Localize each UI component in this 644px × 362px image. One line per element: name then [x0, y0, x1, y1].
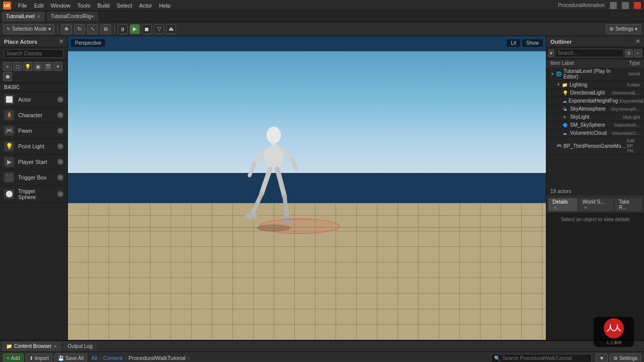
menu-window[interactable]: Window: [48, 2, 73, 10]
actor-item-point-light[interactable]: 💡 Point Light ?: [0, 139, 67, 154]
outliner-row-sky-atm[interactable]: 🌤 SkyAtmosphere SkyAtmosph...: [546, 105, 644, 113]
outliner-row-sky-light[interactable]: ☀ SkyLight SkyLight: [546, 113, 644, 121]
svg-line-5: [283, 149, 292, 159]
menu-build[interactable]: Build: [95, 2, 113, 10]
transform-tool[interactable]: ⊞: [100, 24, 111, 34]
breadcrumb-content[interactable]: Content: [103, 355, 123, 361]
actor-info-trigger-sphere[interactable]: ?: [57, 191, 63, 197]
world-tab-close[interactable]: ✕: [584, 205, 588, 210]
minimize-button[interactable]: [610, 2, 617, 9]
perspective-label[interactable]: Perspective: [71, 39, 105, 47]
add-button[interactable]: + Add: [3, 353, 24, 362]
outliner-row-directional-light[interactable]: 💡 DirectionalLight DirectionalL...: [546, 89, 644, 97]
lit-label[interactable]: Lit: [507, 39, 520, 47]
show-label[interactable]: Show: [522, 39, 543, 47]
actor-item-player-start[interactable]: ▶ Player Start ?: [0, 154, 67, 170]
menu-file[interactable]: File: [15, 2, 30, 10]
volumes-btn[interactable]: ⬟: [3, 72, 12, 81]
outliner-create-btn[interactable]: +: [634, 49, 642, 57]
svg-line-10: [277, 168, 284, 196]
content-browser-tab[interactable]: 📁 Content Browser ✕: [2, 341, 61, 351]
outliner-row-vol-cloud[interactable]: ☁ VolumetricCloud VolumetricC...: [546, 129, 644, 137]
rotate-tool[interactable]: ↻: [74, 24, 85, 34]
menu-help[interactable]: Help: [156, 2, 174, 10]
search-classes-input[interactable]: [4, 49, 63, 58]
actor-name-trigger-box: Trigger Box: [18, 174, 46, 180]
tab-control-rig[interactable]: TutorialControlRig+: [47, 12, 98, 22]
cine-btn[interactable]: 🎬: [43, 62, 52, 71]
tab-tutorial-level[interactable]: TutorialLevel ✕: [2, 12, 45, 22]
actor-info-point-light[interactable]: ?: [57, 143, 63, 149]
outliner-close[interactable]: ✕: [635, 38, 640, 45]
take-recorder-tab[interactable]: Take R...: [615, 198, 642, 211]
outliner-row-sky-sphere[interactable]: 🔷 SM_SkySphere StaticMesh...: [546, 121, 644, 129]
maximize-button[interactable]: [622, 2, 629, 9]
outliner-settings-btn[interactable]: ⚙: [625, 49, 633, 57]
breadcrumb-tutorial[interactable]: ProceduralWalkTutorial: [128, 355, 186, 361]
item-name-sky-sphere: SM_SkySphere: [570, 122, 612, 128]
outliner-row-bp-thirdperson[interactable]: 🎮 BP_ThirdPersonGameMo... Edit BP Thi...: [546, 137, 644, 155]
menu-actor[interactable]: Actor: [136, 2, 155, 10]
actor-item-pawn[interactable]: 🎮 Pawn ?: [0, 123, 67, 139]
stop-button[interactable]: ⏹: [142, 24, 152, 34]
outliner-row-exp-fog[interactable]: ☁ ExponentialHeightFog Exponential...: [546, 97, 644, 105]
visual-btn[interactable]: ✦: [53, 62, 62, 71]
world-icon: 🌐: [556, 71, 562, 76]
item-name-sky-atm: SkyAtmosphere: [570, 106, 609, 112]
actor-item-character[interactable]: 🧍 Character ?: [0, 108, 67, 123]
actor-info-pawn[interactable]: ?: [57, 128, 63, 134]
cb-search-input[interactable]: [491, 354, 592, 363]
skip-button[interactable]: ▽: [154, 24, 164, 34]
actor-item-actor[interactable]: ⬜ Actor ?: [0, 92, 67, 108]
move-tool[interactable]: ✥: [61, 24, 72, 34]
ground-line: [68, 227, 546, 228]
menu-select[interactable]: Select: [114, 2, 135, 10]
save-all-button[interactable]: 💾 Save All: [54, 353, 87, 362]
viewport[interactable]: Perspective Lit Show: [68, 36, 546, 340]
breadcrumb-all[interactable]: All: [91, 355, 97, 361]
eject-button[interactable]: ⏏: [166, 24, 176, 34]
settings-button[interactable]: ⚙ Settings ▾: [606, 24, 641, 34]
close-button[interactable]: [634, 2, 641, 9]
actor-icon: ⬜: [4, 95, 14, 105]
actor-info-actor[interactable]: ?: [57, 97, 63, 103]
tab-tutorial-level-close[interactable]: ✕: [37, 14, 41, 19]
menu-tools[interactable]: Tools: [74, 2, 94, 10]
output-log-tab[interactable]: Output Log: [63, 341, 96, 351]
shapes-btn[interactable]: ▣: [33, 62, 42, 71]
selection-circle: [259, 219, 340, 234]
details-tab-close[interactable]: ✕: [553, 205, 557, 210]
cb-settings-button[interactable]: ⚙ Settings: [610, 353, 641, 362]
outliner-row-lighting[interactable]: ▼ 📁 Lighting Folder: [546, 81, 644, 89]
geometry-btn[interactable]: ◻: [13, 62, 22, 71]
world-settings-tab[interactable]: World S... ✕: [579, 198, 614, 211]
actor-name-pawn: Pawn: [18, 128, 32, 134]
actor-item-trigger-box[interactable]: ⬛ Trigger Box ?: [0, 170, 67, 186]
save-all-icon: 💾: [58, 355, 64, 361]
actor-item-trigger-sphere[interactable]: ⚪ Trigger Sphere ?: [0, 186, 67, 203]
outliner-search-input[interactable]: [555, 49, 624, 57]
eject-icon: ⏏: [169, 26, 174, 32]
scale-tool[interactable]: ⤡: [87, 24, 98, 34]
place-actors-close[interactable]: ✕: [59, 38, 63, 45]
details-tab[interactable]: Details ✕: [548, 198, 578, 211]
menu-items: File Edit Window Tools Build Select Acto…: [15, 2, 174, 10]
play-button[interactable]: ▶: [130, 24, 140, 34]
selection-mode-btn[interactable]: ↖ Selection Mode ▾: [3, 24, 54, 34]
actor-info-trigger-box[interactable]: ?: [57, 174, 63, 180]
actor-name-trigger-sphere: Trigger Sphere: [18, 188, 53, 200]
lights-btn[interactable]: 💡: [23, 62, 32, 71]
bp-thirdperson-icon: 🎮: [556, 143, 562, 148]
outliner-row-tutorial-level[interactable]: ▼ 🌐 TutorialLevel (Play In Editor) World: [546, 67, 644, 81]
import-button[interactable]: ⬆ Import: [26, 353, 52, 362]
cb-settings-label: Settings: [619, 355, 637, 361]
place-actors-title: Place Actors: [4, 39, 37, 45]
content-browser-tab-close[interactable]: ✕: [53, 344, 57, 349]
actor-info-character[interactable]: ?: [57, 112, 63, 118]
pause-button[interactable]: ⏸: [118, 24, 128, 34]
cb-filter-btn[interactable]: ▼: [596, 353, 608, 362]
actor-info-player-start[interactable]: ?: [57, 159, 63, 165]
menu-edit[interactable]: Edit: [31, 2, 47, 10]
view-all-btn[interactable]: ≡: [3, 62, 12, 71]
outliner-filter-btn[interactable]: ▼: [548, 49, 554, 57]
